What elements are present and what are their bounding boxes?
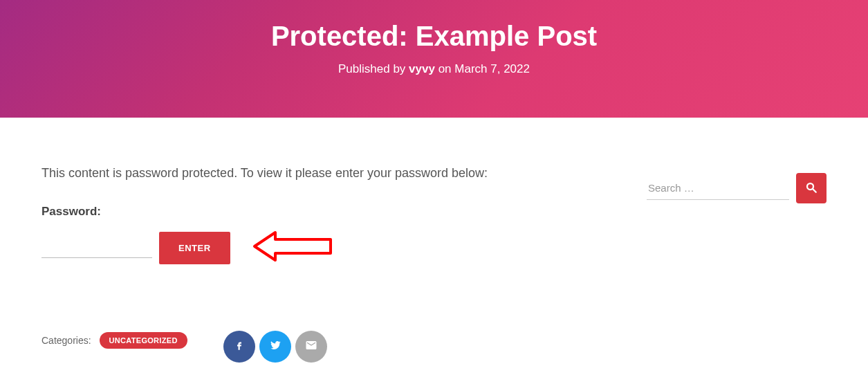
password-label: Password: [41,205,619,219]
twitter-icon [269,339,281,354]
password-input[interactable] [41,237,152,258]
share-facebook-button[interactable] [223,331,255,363]
post-meta: Published by vyvy on March 7, 2022 [0,62,868,76]
password-row: ENTER [41,229,619,266]
main-content: This content is password protected. To v… [41,166,647,363]
content-wrap: This content is password protected. To v… [0,118,868,366]
page-title: Protected: Example Post [0,21,868,52]
search-input[interactable] [647,176,789,200]
arrow-annotation-icon [251,229,334,266]
share-email-button[interactable] [295,331,327,363]
published-suffix: on March 7, 2022 [435,62,530,75]
search-icon [805,181,818,196]
post-author[interactable]: vyvy [409,62,435,75]
published-prefix: Published by [338,62,409,75]
facebook-icon [233,339,246,354]
category-pill[interactable]: UNCATEGORIZED [100,332,187,349]
enter-button[interactable]: ENTER [159,232,230,264]
hero-header: Protected: Example Post Published by vyv… [0,0,868,118]
svg-line-1 [813,189,816,192]
search-button[interactable] [796,173,827,203]
email-icon [305,339,317,354]
categories-label: Categories: [41,335,91,346]
sidebar [647,166,827,203]
share-twitter-button[interactable] [259,331,291,363]
password-intro-text: This content is password protected. To v… [41,166,619,181]
